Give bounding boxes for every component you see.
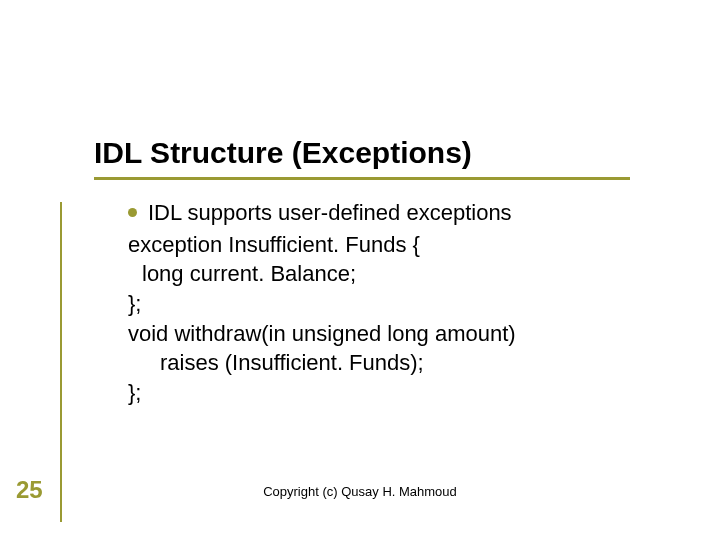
title-underline bbox=[94, 177, 630, 180]
slide: IDL Structure (Exceptions) IDL supports … bbox=[0, 0, 720, 540]
bullet-icon bbox=[128, 208, 137, 217]
code-block: exception Insufficient. Funds { long cur… bbox=[128, 230, 648, 408]
code-line: exception Insufficient. Funds { bbox=[128, 230, 648, 260]
code-line: raises (Insufficient. Funds); bbox=[128, 348, 648, 378]
code-line: }; bbox=[128, 378, 648, 408]
code-line: long current. Balance; bbox=[128, 259, 648, 289]
code-line: }; bbox=[128, 289, 648, 319]
bullet-row: IDL supports user-defined exceptions bbox=[128, 198, 648, 228]
bullet-text: IDL supports user-defined exceptions bbox=[148, 198, 512, 228]
slide-title: IDL Structure (Exceptions) bbox=[94, 136, 472, 170]
copyright-text: Copyright (c) Qusay H. Mahmoud bbox=[0, 484, 720, 499]
code-line: void withdraw(in unsigned long amount) bbox=[128, 319, 648, 349]
title-wrap: IDL Structure (Exceptions) bbox=[94, 136, 472, 170]
slide-body: IDL supports user-defined exceptions exc… bbox=[128, 198, 648, 408]
vertical-accent-line bbox=[60, 202, 62, 522]
